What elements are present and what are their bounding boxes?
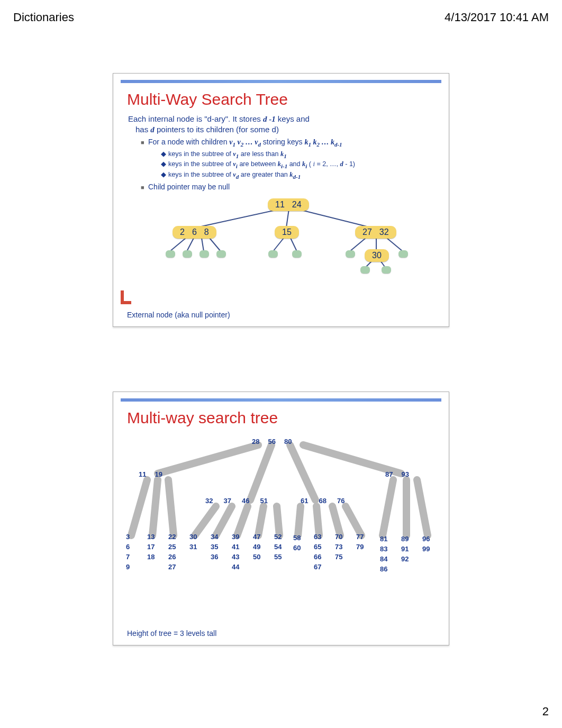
key: 32: [205, 497, 213, 505]
k: 99: [422, 545, 430, 553]
page-number: 2: [542, 705, 549, 718]
bullet-1: ■ For a node with children v1 v2 … vd st…: [141, 137, 438, 149]
svg-line-0: [196, 209, 281, 228]
k: 44: [232, 563, 239, 571]
sub-bullet-3: ◆ keys in the subtree of vd are greater …: [161, 170, 438, 180]
tree-child-right: 27 32: [355, 226, 396, 239]
txt: (: [309, 160, 311, 168]
vars-v: v1 v2 … vd: [229, 138, 261, 146]
k: 3: [126, 533, 130, 541]
k: 75: [335, 553, 342, 561]
slide-accent-bar: [121, 398, 441, 402]
key: 93: [401, 470, 409, 478]
k: 34: [211, 533, 218, 541]
var-d: d: [150, 125, 155, 134]
svg-line-30: [383, 480, 393, 535]
txt: - 1): [345, 160, 355, 168]
bullet-square-icon: ■: [141, 184, 148, 192]
key: 15: [282, 228, 292, 237]
k: 47: [253, 533, 260, 541]
k: 84: [380, 555, 387, 563]
k: 30: [189, 533, 197, 541]
external-leaf: [382, 266, 391, 274]
svg-line-18: [131, 480, 147, 535]
svg-line-7: [273, 238, 284, 251]
k: 26: [168, 553, 176, 561]
diamond-icon: ◆: [161, 160, 168, 170]
k: 50: [253, 553, 260, 561]
callout-arrow-icon: [121, 290, 131, 304]
leaf-col-2: 13 17 18: [147, 533, 155, 561]
external-leaf: [360, 266, 370, 274]
header-right: 4/13/2017 10:41 AM: [445, 11, 549, 24]
var-vd: vd: [233, 171, 239, 178]
svg-line-23: [237, 506, 248, 535]
txt: Child pointer may be null: [148, 182, 230, 192]
k: 83: [380, 545, 387, 553]
tree-diagram-1: 11 24 2 6 8 15 27 32 30: [133, 198, 429, 272]
key: 2: [180, 228, 185, 237]
k: 60: [293, 544, 301, 552]
k: 79: [356, 543, 364, 551]
k: 89: [401, 535, 409, 543]
svg-line-22: [216, 506, 232, 535]
leaf-col-8: 52 54 55: [274, 533, 282, 561]
key: 28: [252, 438, 259, 445]
k: 27: [168, 563, 176, 571]
slide-2: Multi-way search tree: [113, 392, 449, 645]
leaf-col-4: 30 31: [189, 533, 197, 551]
tree-child-mid: 15: [275, 226, 299, 239]
svg-line-24: [258, 506, 264, 535]
var-d-1: d -1: [263, 115, 276, 123]
k: 7: [126, 553, 130, 561]
key: 11: [139, 470, 146, 478]
bullet-2: ■ Child pointer may be null: [141, 182, 438, 192]
bullet-square-icon: ■: [141, 139, 148, 149]
k: 49: [253, 543, 260, 551]
txt: and: [289, 160, 302, 168]
k: 31: [189, 543, 197, 551]
k: 36: [211, 553, 218, 561]
svg-line-4: [187, 238, 194, 251]
txt: pointers to its children (for some d): [157, 125, 279, 134]
k: 66: [314, 553, 321, 561]
k: 70: [335, 533, 342, 541]
key: 24: [292, 200, 302, 210]
key: 68: [319, 497, 326, 505]
slide2-title: Multi-way search tree: [127, 409, 449, 427]
svg-line-9: [350, 238, 366, 251]
slide-accent-bar: [121, 80, 441, 83]
txt: keys in the subtree of: [168, 150, 233, 158]
desc-line2: has d pointers to its children (for some…: [135, 124, 438, 135]
k: 9: [126, 563, 130, 571]
sub-bullet-2: ◆ keys in the subtree of vi are between …: [161, 160, 438, 170]
k: 6: [126, 543, 130, 551]
slide1-body: Each internal node is "d-ary". It stores…: [128, 114, 438, 192]
svg-line-19: [152, 480, 158, 535]
k: 86: [380, 565, 387, 573]
k: 67: [314, 563, 321, 571]
tree2-edges: [121, 432, 442, 607]
k: 43: [232, 553, 239, 561]
external-leaf: [200, 250, 209, 258]
external-leaf: [398, 250, 408, 258]
k: 18: [147, 553, 155, 561]
leaf-col-5: 34 35 36: [211, 533, 218, 561]
k: 52: [274, 533, 282, 541]
var-ki: ki: [302, 160, 307, 168]
txt: keys in the subtree of: [168, 171, 233, 178]
k: 25: [168, 543, 176, 551]
leaf-col-1: 3 6 7 9: [126, 533, 130, 571]
svg-line-8: [291, 238, 297, 251]
external-leaf: [346, 250, 355, 258]
key: 87: [385, 470, 393, 478]
key: 51: [260, 497, 267, 505]
txt: storing keys: [263, 138, 305, 146]
txt: Each internal node is "d-ary". It stores: [128, 114, 263, 123]
vars-k: k1 k2 … kd-1: [304, 138, 342, 146]
sub-bullet-1: ◆ keys in the subtree of v1 are less tha…: [161, 150, 438, 160]
tree2-l1-mid: 32 37 46 51: [205, 497, 268, 505]
k: 35: [211, 543, 218, 551]
diamond-icon: ◆: [161, 170, 168, 180]
txt: has: [135, 125, 150, 134]
